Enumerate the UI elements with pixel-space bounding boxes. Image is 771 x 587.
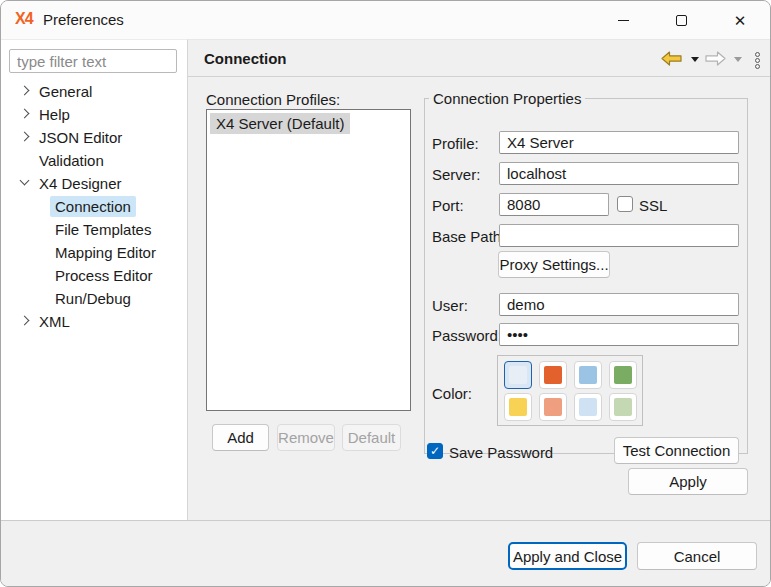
chevron-right-icon[interactable] [20, 109, 30, 119]
close-button[interactable]: ✕ [717, 1, 763, 39]
connection-properties-group: Connection Properties Profile: Server: P… [424, 90, 748, 454]
view-menu-button[interactable] [755, 51, 760, 69]
default-button: Default [342, 424, 401, 451]
server-field[interactable] [499, 162, 739, 185]
user-field[interactable] [499, 293, 739, 316]
caret-down-icon [734, 57, 742, 62]
color-swatch[interactable] [504, 361, 532, 389]
list-item[interactable]: X4 Server (Default) [210, 113, 350, 134]
vertical-dots-icon [755, 52, 760, 69]
port-field[interactable] [499, 193, 609, 216]
color-swatch[interactable] [574, 361, 602, 389]
page-header: Connection [188, 39, 771, 77]
tree-item-xml[interactable]: XML [1, 310, 187, 333]
tree-item-general[interactable]: General [1, 80, 187, 103]
chevron-right-icon[interactable] [20, 132, 30, 142]
color-swatch[interactable] [609, 393, 637, 421]
forward-button[interactable] [705, 51, 726, 66]
user-label: User: [432, 297, 468, 314]
add-button[interactable]: Add [212, 424, 269, 451]
cancel-button[interactable]: Cancel [637, 542, 757, 570]
profile-field[interactable] [499, 131, 739, 154]
chevron-right-icon[interactable] [20, 316, 30, 326]
maximize-button[interactable] [658, 1, 704, 39]
color-label: Color: [432, 385, 472, 402]
test-connection-button[interactable]: Test Connection [614, 437, 739, 464]
minimize-button[interactable] [600, 1, 646, 39]
tree-item-validation[interactable]: Validation [1, 149, 187, 172]
color-swatch[interactable] [609, 361, 637, 389]
save-password-checkbox[interactable]: ✓ [427, 443, 443, 459]
forward-arrow-icon [705, 51, 726, 66]
tree-item-run-debug[interactable]: Run/Debug [1, 287, 187, 310]
group-legend: Connection Properties [429, 90, 585, 107]
chevron-down-icon[interactable] [20, 176, 30, 186]
port-label: Port: [432, 197, 464, 214]
tree-item-file-templates[interactable]: File Templates [1, 218, 187, 241]
tree-item-json-editor[interactable]: JSON Editor [1, 126, 187, 149]
dialog-button-bar: Apply and Close Cancel [1, 520, 770, 587]
ssl-label: SSL [639, 197, 667, 214]
window-title: Preferences [43, 11, 124, 28]
tree-item-connection[interactable]: Connection [1, 195, 187, 218]
color-swatch[interactable] [574, 393, 602, 421]
x4-logo-icon: X4 [15, 10, 33, 28]
filter-input[interactable] [9, 49, 177, 73]
password-label: Password: [432, 327, 502, 344]
title-bar[interactable]: X4 Preferences ✕ [1, 1, 770, 39]
base-path-label: Base Path: [432, 228, 505, 245]
tree-item-x4-designer[interactable]: X4 Designer [1, 172, 187, 195]
back-button[interactable] [661, 51, 682, 66]
color-swatch[interactable] [539, 361, 567, 389]
tree-item-process-editor[interactable]: Process Editor [1, 264, 187, 287]
tree-item-help[interactable]: Help [1, 103, 187, 126]
preferences-dialog: X4 Preferences ✕ General Help JSON Edito… [0, 0, 771, 587]
preferences-tree: General Help JSON Editor Validation X4 D… [1, 80, 187, 333]
connection-profiles-list[interactable]: X4 Server (Default) [206, 109, 411, 411]
minimize-icon [618, 20, 629, 21]
apply-and-close-button[interactable]: Apply and Close [508, 542, 627, 570]
proxy-settings-button[interactable]: Proxy Settings... [498, 251, 610, 278]
color-swatch-grid [497, 355, 643, 426]
connection-profiles-label: Connection Profiles: [206, 91, 340, 108]
password-field[interactable] [499, 323, 739, 346]
ssl-checkbox[interactable] [617, 196, 633, 212]
page-title: Connection [204, 50, 287, 67]
maximize-icon [676, 15, 687, 26]
server-label: Server: [432, 166, 480, 183]
chevron-right-icon[interactable] [20, 86, 30, 96]
color-swatch[interactable] [539, 393, 567, 421]
color-swatch[interactable] [504, 393, 532, 421]
profile-label: Profile: [432, 135, 479, 152]
tree-item-mapping-editor[interactable]: Mapping Editor [1, 241, 187, 264]
sidebar: General Help JSON Editor Validation X4 D… [1, 39, 188, 520]
caret-down-icon [691, 57, 699, 62]
remove-button: Remove [277, 424, 335, 451]
close-icon: ✕ [734, 13, 747, 28]
back-arrow-icon [661, 51, 682, 66]
base-path-field[interactable] [499, 224, 739, 247]
save-password-label: Save Password [449, 444, 553, 461]
back-history-dropdown[interactable] [691, 51, 699, 62]
forward-history-dropdown[interactable] [734, 51, 742, 62]
apply-button[interactable]: Apply [628, 468, 748, 495]
